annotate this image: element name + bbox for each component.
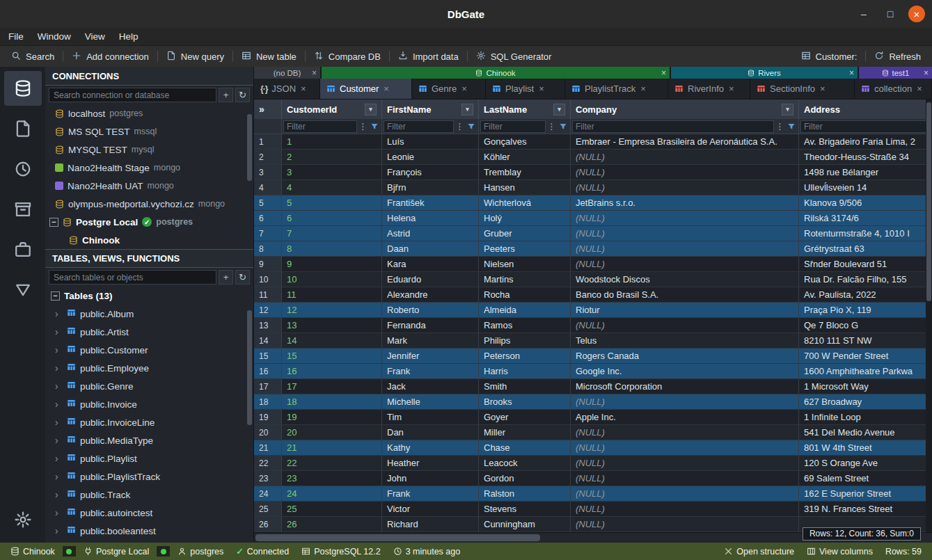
connection-item-ms-sql-test[interactable]: MS SQL TESTmssql [45,122,253,141]
chevron-right-icon[interactable]: › [55,345,63,355]
cell-address[interactable]: Sřnder Boulevard 51 [799,257,932,272]
cell-company[interactable]: Telus [571,333,799,349]
cell-customerid[interactable]: 4 [282,180,382,195]
activity-archive-icon[interactable] [4,192,42,227]
row-number[interactable]: 17 [254,379,282,394]
cell-lastname[interactable]: Wichterlová [479,195,571,211]
cell-customerid[interactable]: 7 [282,226,382,241]
kebab-menu-icon[interactable]: ⋮ [775,122,784,131]
cell-customerid[interactable]: 23 [282,471,382,486]
cell-customerid[interactable]: 17 [282,379,382,394]
cell-lastname[interactable]: Martins [479,272,571,287]
connection-item-mysql-test[interactable]: MYSQL TESTmysql [45,141,253,159]
cell-firstname[interactable]: Daan [382,241,479,257]
row-number[interactable]: 18 [254,394,282,410]
activity-query-designer-icon[interactable] [4,273,42,307]
cell-address[interactable]: 700 W Pender Street [799,349,932,364]
status-open-structure[interactable]: Open structure [718,547,800,557]
cell-lastname[interactable]: Peterson [479,349,571,364]
cell-firstname[interactable]: Michelle [382,394,479,410]
close-icon[interactable]: × [640,83,646,94]
cell-lastname[interactable]: Smith [479,379,571,394]
row-number[interactable]: 3 [254,165,282,180]
close-icon[interactable]: × [924,68,929,78]
table-item-public-genre[interactable]: ›public.Genre [45,377,253,395]
row-number[interactable]: 22 [254,456,282,471]
cell-firstname[interactable]: Dan [382,425,479,440]
toolbar-button-new-table[interactable]: New table [233,46,305,67]
chevron-right-icon[interactable]: › [55,399,63,409]
db-group-strip-no-db[interactable]: (no DB)× [254,67,320,79]
cell-company[interactable]: Apple Inc. [571,410,799,425]
menu-item-view[interactable]: View [85,31,105,42]
cell-company[interactable]: Google Inc. [571,364,799,379]
cell-company[interactable]: (NULL) [571,517,799,532]
cell-customerid[interactable]: 8 [282,241,382,257]
cell-firstname[interactable]: Alexandre [382,287,479,303]
filter-input-company[interactable] [572,120,774,133]
activity-files-icon[interactable] [4,111,42,146]
add-connection-small-button[interactable]: + [219,88,233,102]
connection-item-nano2health-stage[interactable]: Nano2Health Stagemongo [45,159,253,177]
vertical-scrollbar-thumb[interactable] [926,102,931,301]
cell-customerid[interactable]: 11 [282,287,382,303]
filter-input-address[interactable] [800,120,930,133]
cell-lastname[interactable]: Ramos [479,318,571,333]
row-number[interactable]: 13 [254,318,282,333]
tab-playlisttrack[interactable]: PlaylistTrack× [565,79,668,99]
cell-firstname[interactable]: Frank [382,486,479,502]
toolbar-button-new-query[interactable]: New query [158,46,232,67]
cell-customerid[interactable]: 9 [282,257,382,272]
table-item-public-album[interactable]: ›public.Album [45,305,253,323]
close-icon[interactable]: × [849,68,854,78]
cell-firstname[interactable]: Jack [382,379,479,394]
cell-firstname[interactable]: Luís [382,134,479,150]
kebab-menu-icon[interactable]: ⋮ [547,122,556,131]
cell-lastname[interactable]: Holý [479,211,571,226]
cell-company[interactable]: Embraer - Empresa Brasileira de Aeronáut… [571,134,799,150]
row-number[interactable]: 21 [254,440,282,456]
add-table-small-button[interactable]: + [219,270,233,285]
filter-input-firstname[interactable] [384,120,454,133]
cell-company[interactable]: Rogers Canada [571,349,799,364]
horizontal-scrollbar-thumb[interactable] [255,534,540,541]
cell-lastname[interactable]: Goyer [479,410,571,425]
cell-customerid[interactable]: 20 [282,425,382,440]
menu-item-help[interactable]: Help [119,31,139,42]
toolbar-button-customer[interactable]: Customer: [793,51,866,63]
row-number[interactable]: 10 [254,272,282,287]
connections-search-input[interactable] [49,88,216,102]
cell-firstname[interactable]: Eduardo [382,272,479,287]
cell-lastname[interactable]: Philips [479,333,571,349]
row-number[interactable]: 2 [254,150,282,165]
cell-address[interactable]: 1600 Amphitheatre Parkwa [799,364,932,379]
cell-customerid[interactable]: 5 [282,195,382,211]
cell-firstname[interactable]: Kathy [382,440,479,456]
cell-address[interactable]: 1 Infinite Loop [799,410,932,425]
menu-item-file[interactable]: File [8,31,24,42]
cell-lastname[interactable]: Rocha [479,287,571,303]
row-number[interactable]: 8 [254,241,282,257]
cell-customerid[interactable]: 3 [282,165,382,180]
cell-firstname[interactable]: Frank [382,364,479,379]
cell-lastname[interactable]: Nielsen [479,257,571,272]
cell-firstname[interactable]: Tim [382,410,479,425]
cell-customerid[interactable]: 21 [282,440,382,456]
close-icon[interactable]: × [661,68,666,78]
connection-item-localhost[interactable]: localhostpostgres [45,104,253,122]
close-icon[interactable]: × [539,83,544,94]
chevron-right-icon[interactable]: › [55,327,63,337]
tab-collection[interactable]: collection× [855,79,932,99]
cell-address[interactable]: Av. Paulista, 2022 [799,287,932,303]
close-icon[interactable]: × [461,83,467,94]
cell-lastname[interactable]: Gonçalves [479,134,571,150]
row-number[interactable]: 20 [254,425,282,440]
cell-firstname[interactable]: John [382,471,479,486]
chevron-right-icon[interactable]: › [55,472,63,481]
cell-address[interactable]: Rilská 3174/6 [799,211,932,226]
row-number[interactable]: 1 [254,134,282,150]
toolbar-button-add-connection[interactable]: Add connection [63,46,157,67]
cell-address[interactable]: Praça Pio X, 119 [799,303,932,318]
connection-item-chinook[interactable]: Chinook [45,231,253,249]
tab-json[interactable]: {·}JSON× [254,79,320,99]
